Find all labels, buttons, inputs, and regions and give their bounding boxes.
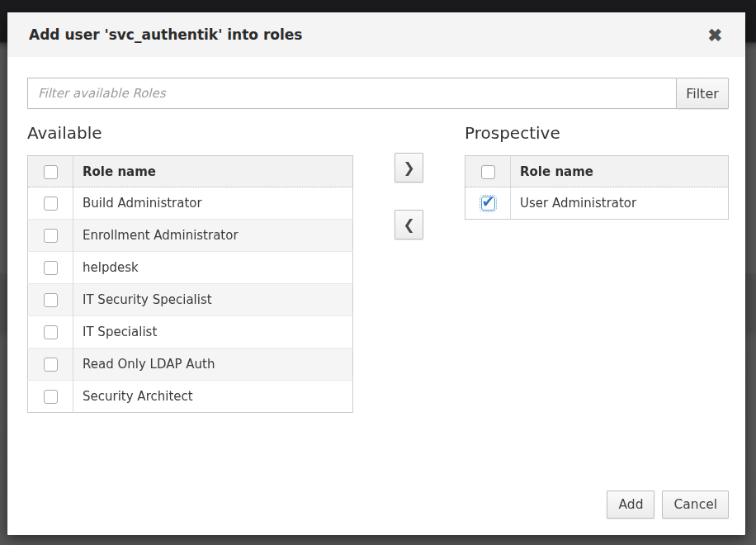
- table-row: Build Administrator: [28, 187, 353, 220]
- move-right-button[interactable]: ❯: [395, 153, 423, 182]
- available-column: Available Role name Build Administrator: [27, 123, 353, 413]
- chevron-left-icon: ❮: [403, 216, 414, 233]
- row-label: Build Administrator: [73, 187, 353, 220]
- table-row: ✔ User Administrator: [465, 187, 729, 220]
- row-checkbox[interactable]: [44, 325, 58, 339]
- row-label: helpdesk: [73, 252, 353, 284]
- row-checkbox[interactable]: [44, 197, 58, 211]
- check-icon: ✔: [482, 192, 495, 211]
- row-checkbox[interactable]: [44, 358, 58, 372]
- dialog-title: Add user 'svc_authentik' into roles: [29, 26, 704, 43]
- close-icon: ✖: [707, 26, 722, 45]
- prospective-heading: Prospective: [465, 123, 729, 143]
- prospective-table-body: ✔ User Administrator: [465, 187, 729, 220]
- table-row: IT Specialist: [28, 316, 353, 348]
- row-checkbox[interactable]: [44, 229, 58, 243]
- filter-input[interactable]: [27, 78, 676, 109]
- transfer-controls: ❯ ❮: [353, 153, 465, 413]
- move-left-button[interactable]: ❮: [395, 210, 423, 239]
- filter-button[interactable]: Filter: [676, 78, 729, 109]
- add-roles-dialog: Add user 'svc_authentik' into roles ✖ Fi…: [7, 12, 745, 535]
- close-button[interactable]: ✖: [704, 25, 725, 45]
- row-label: IT Specialist: [73, 316, 353, 348]
- filter-group: Filter: [27, 78, 729, 109]
- row-label: Security Architect: [73, 381, 353, 413]
- prospective-table: Role name ✔ User Administrator: [465, 155, 729, 220]
- row-checkbox[interactable]: ✔: [481, 197, 495, 211]
- row-label: Read Only LDAP Auth: [73, 348, 353, 381]
- table-row: helpdesk: [28, 252, 353, 284]
- dialog-footer: Add Cancel: [607, 490, 729, 519]
- available-table-body: Build Administrator Enrollment Administr…: [28, 187, 353, 413]
- prospective-column: Prospective Role name ✔ User Administrat…: [465, 123, 729, 413]
- chevron-right-icon: ❯: [403, 159, 414, 176]
- select-all-checkbox[interactable]: [481, 165, 495, 179]
- available-table-header: Role name: [28, 156, 353, 187]
- row-label: Enrollment Administrator: [73, 220, 353, 252]
- row-checkbox[interactable]: [44, 390, 58, 404]
- prospective-table-header: Role name: [465, 156, 729, 187]
- row-label: IT Security Specialist: [73, 284, 353, 316]
- table-row: IT Security Specialist: [28, 284, 353, 316]
- prospective-column-header: Role name: [511, 156, 729, 187]
- transfer-columns: Available Role name Build Administrator: [27, 123, 729, 413]
- table-row: Security Architect: [28, 381, 353, 413]
- available-column-header: Role name: [73, 156, 353, 187]
- available-table: Role name Build Administrator Enrollment…: [27, 155, 353, 413]
- select-all-checkbox[interactable]: [44, 165, 58, 179]
- add-button[interactable]: Add: [607, 490, 654, 519]
- row-label: User Administrator: [511, 187, 729, 220]
- row-checkbox[interactable]: [44, 261, 58, 275]
- table-row: Enrollment Administrator: [28, 220, 353, 252]
- cancel-button[interactable]: Cancel: [662, 490, 729, 519]
- dialog-body: Filter Available Role name: [7, 57, 745, 413]
- table-row: Read Only LDAP Auth: [28, 348, 353, 381]
- dialog-header: Add user 'svc_authentik' into roles ✖: [7, 12, 745, 57]
- row-checkbox[interactable]: [44, 293, 58, 307]
- available-heading: Available: [27, 123, 353, 143]
